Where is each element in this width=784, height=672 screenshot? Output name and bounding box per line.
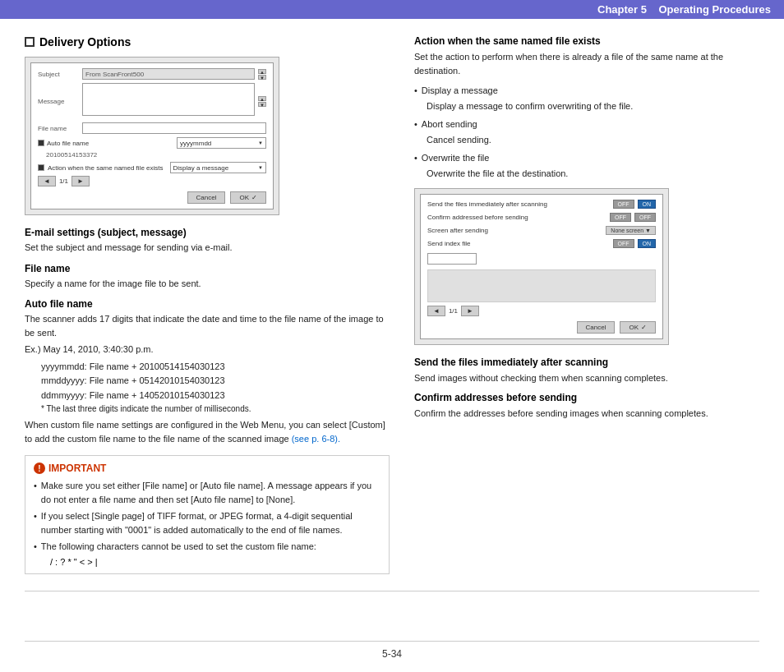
ss-dateformat-value: yyyymmdd	[180, 140, 211, 147]
ss-right-ok-checkmark: ✓	[641, 324, 647, 331]
send-title: Send the files immediately after scannin…	[414, 357, 759, 368]
ss-filename-input	[82, 122, 266, 134]
autofile-custom-link: (see p. 6-8).	[292, 434, 340, 444]
ss-confirm-label: Confirm addressed before sending	[427, 214, 606, 221]
ss-nav-next[interactable]: ►	[71, 176, 90, 186]
ss-autofile-checkbox	[38, 140, 44, 146]
ss-right-nav-next[interactable]: ►	[461, 306, 479, 316]
email-settings-title: E-mail settings (subject, message)	[25, 227, 390, 238]
action-sub-2: Cancel sending.	[427, 133, 759, 147]
important-bullet-1: Make sure you set either [File name] or …	[34, 479, 380, 506]
right-screenshot: Send the files immediately after scannin…	[414, 188, 669, 345]
ss-send-off: OFF	[613, 200, 634, 209]
ss-screen-row: Screen after sending None screen ▼	[427, 226, 656, 235]
ss-ok-label: OK	[239, 194, 249, 201]
ss-right-button-row: Cancel OK ✓	[427, 321, 656, 334]
important-bullet-2: If you select [Single page] of TIFF form…	[34, 509, 380, 536]
ss-subject-label: Subject	[38, 71, 79, 78]
ss-message-row: Message ▲ ▼	[38, 83, 266, 119]
footer-divider	[25, 591, 759, 591]
ss-action-checkbox	[38, 164, 44, 171]
ss-action-row: Action when the same named file exists D…	[38, 162, 266, 173]
ss-screen-arrow: ▼	[645, 228, 651, 233]
action-body: Set the action to perform when there is …	[414, 50, 759, 77]
ss-cancel-btn[interactable]: Cancel	[187, 191, 226, 204]
right-column: Action when the same named file exists S…	[414, 35, 759, 574]
ss-message-textarea	[82, 83, 255, 116]
ss-message-label: Message	[38, 98, 79, 105]
ss-confirm-off: OFF	[610, 213, 631, 222]
ss-right-preview	[427, 269, 656, 302]
filename-title: File name	[25, 263, 390, 274]
ss-right-input-area	[427, 253, 656, 265]
delivery-options-heading: Delivery Options	[25, 35, 390, 48]
ss-dateformat-arrow: ▼	[258, 140, 263, 145]
ss-autofile-label: Auto file name	[47, 140, 89, 147]
ss-confirm-on: OFF	[634, 213, 656, 222]
ss-right-ok-btn[interactable]: OK ✓	[620, 321, 656, 334]
important-title: ! IMPORTANT	[34, 463, 380, 474]
page-header: Chapter 5 Operating Procedures	[0, 0, 784, 19]
action-sub-1: Display a message to confirm overwriting…	[427, 99, 759, 113]
autofile-ex: Ex.) May 14, 2010, 3:40:30 p.m.	[25, 343, 390, 357]
page-number: 5-34	[382, 648, 402, 660]
confirm-body: Confirm the addresses before sending ima…	[414, 407, 759, 421]
autofile-ex-1: yyyymmdd: File name + 20100514154030123	[41, 360, 390, 375]
ss-right-inner: Send the files immediately after scannin…	[420, 194, 663, 339]
ss-autofilename-row: Auto file name yyyymmdd ▼	[38, 137, 266, 149]
important-bullet-3: The following characters cannot be used …	[34, 540, 380, 554]
confirm-title: Confirm addresses before sending	[414, 392, 759, 403]
ss-send-label: Send the files immediately after scannin…	[427, 200, 610, 208]
screenshot-inner-left: Subject From ScanFront500 ▲ ▼ Message ▲ …	[30, 62, 274, 209]
action-bullet-3: Overwrite the file	[414, 151, 759, 165]
ss-index-row: Send index file OFF ON	[427, 239, 656, 248]
filename-body: Specify a name for the image file to be …	[25, 277, 390, 291]
autofile-title: Auto file name	[25, 298, 390, 310]
page-footer: 5-34	[25, 641, 759, 660]
ss-right-nav-page: 1/1	[449, 307, 458, 315]
ss-ok-checkmark: ✓	[251, 194, 257, 201]
ss-filename-row: File name	[38, 122, 266, 134]
ss-subject-value: From ScanFront500	[82, 68, 255, 80]
ss-index-label: Send index file	[427, 240, 610, 247]
important-box: ! IMPORTANT Make sure you set either [Fi…	[25, 455, 390, 574]
ss-right-ok-label: OK	[629, 324, 639, 331]
ss-dateformat-select: yyyymmdd ▼	[177, 137, 266, 149]
ss-right-nav-prev[interactable]: ◄	[427, 306, 445, 316]
ss-action-arrow: ▼	[258, 165, 263, 170]
ss-action-value: Display a message	[173, 164, 229, 172]
ss-confirm-row: Confirm addressed before sending OFF OFF	[427, 213, 656, 222]
ss-ok-btn[interactable]: OK ✓	[230, 191, 266, 204]
ss-action-select: Display a message ▼	[170, 162, 266, 173]
autofile-examples: yyyymmdd: File name + 20100514154030123 …	[41, 360, 390, 403]
action-bullet-2: Abort sending	[414, 117, 759, 131]
email-settings-body: Set the subject and message for sending …	[25, 241, 390, 255]
autofile-body: The scanner adds 17 digits that indicate…	[25, 312, 390, 339]
ss-right-input	[427, 253, 477, 265]
main-content: Delivery Options Subject From ScanFront5…	[0, 19, 784, 591]
ss-index-on: ON	[638, 239, 657, 248]
ss-subject-row: Subject From ScanFront500 ▲ ▼	[38, 68, 266, 80]
ss-send-on: ON	[638, 200, 657, 209]
chapter-label: Chapter 5	[597, 3, 647, 16]
ss-right-cancel-btn[interactable]: Cancel	[577, 321, 616, 334]
action-title: Action when the same named file exists	[414, 35, 759, 47]
chapter-title: Operating Procedures	[658, 3, 771, 16]
ss-screen-label: Screen after sending	[427, 227, 602, 234]
action-bullet-1: Display a message	[414, 84, 759, 98]
left-column: Delivery Options Subject From ScanFront5…	[25, 35, 390, 574]
action-sub-3: Overwrite the file at the destination.	[427, 167, 759, 181]
ss-nav-prev[interactable]: ◄	[38, 176, 56, 186]
ss-nav-row: ◄ 1/1 ►	[38, 176, 266, 186]
important-icon: !	[34, 463, 45, 474]
autofile-note: * The last three digits indicate the num…	[41, 403, 390, 415]
ss-action-label: Action when the same named file exists	[48, 164, 164, 172]
autofile-ex-3: ddmmyyyy: File name + 14052010154030123	[41, 389, 390, 403]
autofile-ex-2: mmddyyyy: File name + 05142010154030123	[41, 374, 390, 389]
ss-button-row: Cancel OK ✓	[38, 191, 266, 204]
ss-filename-label: File name	[38, 125, 79, 132]
delivery-options-title: Delivery Options	[39, 35, 131, 48]
forbidden-chars: / : ? * " < > |	[50, 557, 380, 567]
ss-send-row: Send the files immediately after scannin…	[427, 200, 656, 209]
checkbox-icon	[25, 37, 35, 47]
